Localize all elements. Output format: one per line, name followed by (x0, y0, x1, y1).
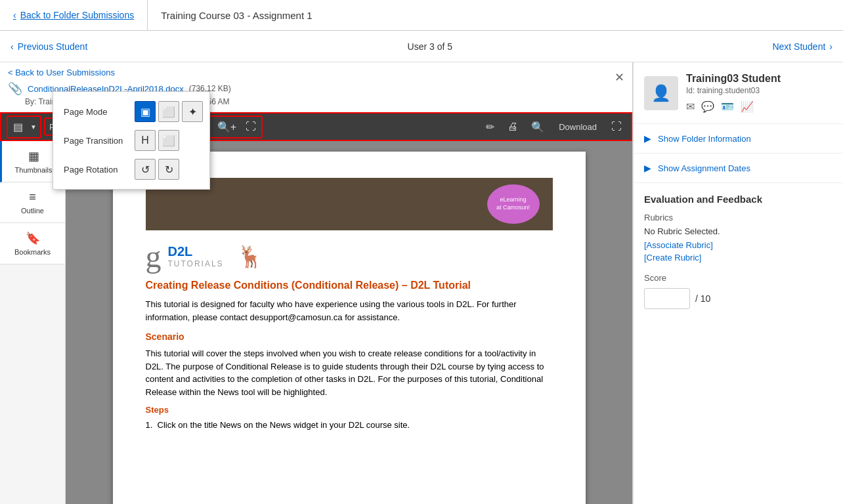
next-student-button[interactable]: Next Student › (772, 41, 832, 52)
page-transition-icons: H ⬜ (135, 141, 179, 151)
pdf-document: eLearningat Camosun! g D2L TUTORIALS 🦌 C… (113, 152, 586, 504)
page-transition-row: Page Transition H ⬜ (58, 141, 204, 155)
student-header: 👤 Training03 Student Id: training.studen… (634, 62, 843, 124)
user-position-label: User 3 of 5 (408, 41, 452, 52)
sidebar-bookmarks-button[interactable]: 🔖 Bookmarks (0, 223, 65, 264)
file-icon: 📎 (8, 81, 22, 96)
page-mode-popup: Page Mode ▣ ⬜ ✦ Page Transition H ⬜ (53, 141, 210, 190)
score-section: Score / 10 (644, 273, 832, 309)
associate-rubric-link[interactable]: [Associate Rubric] (644, 240, 832, 250)
sidebar-toggle-button[interactable]: ▤ (9, 118, 27, 136)
page-rotation-icons: ↺ ↻ (135, 159, 179, 180)
outline-icon: ≡ (29, 190, 36, 204)
student-info: Training03 Student Id: training.student0… (686, 73, 781, 113)
elearning-bubble: eLearningat Camosun! (487, 184, 540, 224)
pdf-main-heading: Creating Release Conditions (Conditional… (146, 280, 553, 291)
rotate-right-button[interactable]: ↻ (158, 159, 179, 180)
email-icon[interactable]: ✉ (686, 100, 695, 113)
edit-button[interactable]: ✏ (482, 118, 498, 136)
nav-bar: ‹ Previous Student User 3 of 5 Next Stud… (0, 31, 843, 62)
create-rubric-link[interactable]: [Create Rubric] (644, 253, 832, 262)
deer-icon: 🦌 (237, 244, 263, 269)
score-input[interactable] (644, 288, 690, 309)
chat-icon[interactable]: 💬 (701, 100, 714, 113)
back-folder-button[interactable]: ‹ Back to Folder Submissions (0, 0, 148, 30)
student-avatar: 👤 (644, 76, 678, 110)
zoom-in-button[interactable]: 🔍+ (213, 118, 240, 136)
thumbnails-icon: ▦ (28, 149, 39, 163)
d2l-logo-area: g D2L TUTORIALS 🦌 (146, 238, 553, 274)
show-assignment-dates-button[interactable]: ▶ Show Assignment Dates (634, 154, 843, 182)
bookmarks-icon: 🔖 (26, 231, 40, 245)
left-panel: < Back to User Submissions ✕ 📎 Condition… (0, 62, 633, 504)
pdf-scenario-text: This tutorial will cover the steps invol… (146, 347, 553, 398)
student-actions: ✉ 💬 🪪 📈 (686, 100, 781, 113)
rotate-left-button[interactable]: ↺ (135, 159, 156, 180)
sidebar-icon: ▤ (13, 121, 23, 133)
fullscreen-button[interactable]: ⛶ (607, 118, 626, 135)
download-button[interactable]: Download (553, 119, 602, 135)
back-folder-label: Back to Folder Submissions (20, 10, 135, 20)
stats-icon[interactable]: 📈 (741, 100, 754, 113)
toolbar-right: ✏ 🖨 🔍 Download ⛶ (482, 118, 626, 136)
pdf-steps-heading: Steps (146, 405, 553, 415)
d2l-branding: D2L TUTORIALS (168, 244, 224, 268)
no-rubric-text: No Rubric Selected. (644, 226, 832, 236)
pdf-viewer-wrapper: ▦ Thumbnails ≡ Outline 🔖 Bookmarks Page … (0, 141, 632, 504)
show-assignment-dates-label: Show Assignment Dates (658, 163, 750, 173)
pdf-scenario-heading: Scenario (146, 331, 553, 342)
thumbnails-label: Thumbnails (15, 166, 53, 174)
next-student-label: Next Student (772, 41, 825, 52)
show-folder-info-label: Show Folder Information (658, 134, 751, 144)
profile-icon[interactable]: 🪪 (721, 100, 734, 113)
top-bar: ‹ Back to Folder Submissions Training Co… (0, 0, 843, 31)
chevron-left-icon: ‹ (13, 10, 16, 20)
pdf-step1: 1. Click on the title News on the News w… (146, 419, 553, 432)
previous-student-button[interactable]: ‹ Previous Student (11, 41, 87, 52)
chevron-left-icon: ‹ (11, 41, 14, 52)
g-letter: g (146, 238, 162, 274)
student-id: Id: training.student03 (686, 86, 781, 95)
pdf-intro: This tutorial is designed for faculty wh… (146, 298, 553, 324)
fit-page-button[interactable]: ⛶ (242, 118, 260, 135)
d2l-title: D2L (168, 244, 224, 259)
sidebar-dropdown-button[interactable]: ▼ (28, 122, 39, 132)
right-panel: 👤 Training03 Student Id: training.studen… (633, 62, 843, 504)
rubrics-label: Rubrics (644, 213, 832, 222)
avatar-icon: 👤 (651, 84, 671, 102)
sidebar-panel: ▦ Thumbnails ≡ Outline 🔖 Bookmarks Page … (0, 141, 66, 504)
pdf-area[interactable]: eLearningat Camosun! g D2L TUTORIALS 🦌 C… (66, 141, 632, 504)
student-name: Training03 Student (686, 73, 781, 85)
page-transition-label: Page Transition (64, 141, 129, 146)
print-button[interactable]: 🖨 (504, 118, 522, 135)
transition-horizontal-button[interactable]: H (135, 141, 156, 151)
show-folder-info-button[interactable]: ▶ Show Folder Information (634, 124, 843, 153)
eval-title: Evaluation and Feedback (644, 194, 832, 205)
page-rotation-row: Page Rotation ↺ ↻ (58, 155, 204, 184)
back-user-submissions-link[interactable]: < Back to User Submissions (8, 68, 115, 77)
chevron-right-icon: ▶ (644, 133, 651, 144)
previous-student-label: Previous Student (18, 41, 88, 52)
outline-label: Outline (21, 207, 44, 215)
score-label: Score (644, 273, 832, 283)
sidebar-toggle-group: ▤ ▼ (7, 116, 41, 138)
page-rotation-label: Page Rotation (64, 165, 129, 175)
chevron-right-icon: ▶ (644, 163, 651, 173)
d2l-subtitle: TUTORIALS (168, 259, 224, 268)
chevron-right-icon: › (829, 41, 832, 52)
transition-vertical-button[interactable]: ⬜ (158, 141, 179, 151)
main-layout: < Back to User Submissions ✕ 📎 Condition… (0, 62, 843, 504)
close-button[interactable]: ✕ (615, 70, 624, 85)
assignment-dates-section: ▶ Show Assignment Dates (634, 154, 843, 183)
folder-info-section: ▶ Show Folder Information (634, 124, 843, 154)
page-title: Training Course 03 - Assignment 1 (148, 10, 325, 21)
eval-section: Evaluation and Feedback Rubrics No Rubri… (634, 183, 843, 320)
score-total: / 10 (695, 293, 710, 304)
search-button[interactable]: 🔍 (527, 118, 548, 136)
score-input-row: / 10 (644, 288, 832, 309)
bookmarks-label: Bookmarks (14, 248, 51, 256)
